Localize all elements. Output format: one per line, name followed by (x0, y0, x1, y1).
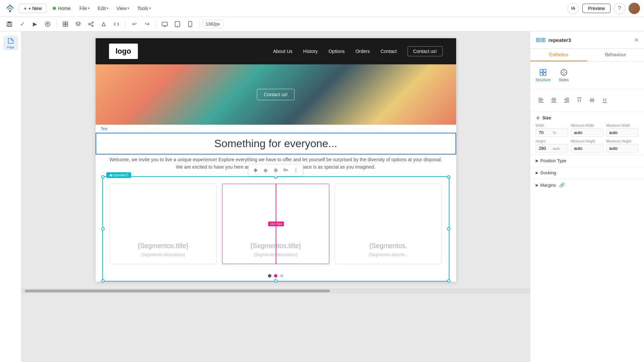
avatar[interactable] (629, 3, 640, 14)
connections-button[interactable] (86, 19, 96, 29)
undo-button[interactable]: ↩ (129, 19, 140, 29)
new-label: + New (28, 6, 42, 11)
dot-3[interactable] (280, 274, 283, 278)
panel-icon: ⊞⊞ (536, 36, 546, 44)
height-value[interactable] (539, 146, 552, 151)
save-button[interactable] (4, 19, 15, 29)
structure-icon[interactable]: Structure (536, 68, 551, 82)
sidebar-item-page[interactable]: Page (3, 36, 18, 50)
position-type-section[interactable]: ▶ Position Type (530, 155, 644, 167)
svg-point-10 (92, 22, 93, 23)
target-icon[interactable]: ⊕ (261, 166, 270, 175)
min-height-value[interactable] (574, 146, 591, 151)
mobile-button[interactable] (185, 19, 196, 29)
contact-us-hero-button[interactable]: Contact us! (408, 46, 443, 56)
max-width-value[interactable] (609, 130, 626, 135)
styles-icon[interactable]: Styles (559, 68, 569, 82)
help-button[interactable]: ? (614, 3, 625, 14)
more-options-icon[interactable]: ⋮ (291, 166, 300, 175)
repeater-card-3[interactable]: {Segmentos. {Segmentos.descrip... (335, 184, 442, 264)
code-button[interactable] (111, 19, 122, 29)
tools-menu[interactable]: Tools ▾ (135, 4, 154, 13)
home-indicator[interactable]: Home (49, 4, 74, 13)
text-label: Text (96, 125, 456, 133)
title-section: Something for everyone... (96, 133, 456, 155)
separator-2 (125, 20, 125, 28)
dot-2[interactable] (274, 274, 277, 278)
settings-icon[interactable]: ⚙ (271, 166, 280, 175)
max-height-input[interactable] (606, 144, 639, 153)
edit-menu[interactable]: Edit ▾ (95, 4, 111, 13)
tablet-button[interactable] (172, 19, 183, 29)
resize-handle-br[interactable] (447, 279, 450, 283)
max-height-value[interactable] (609, 146, 626, 151)
resize-handle-bl[interactable] (101, 279, 105, 283)
canvas-area[interactable]: logo About Us History Options Orders Con… (21, 32, 530, 362)
resize-handle-bm[interactable] (274, 279, 277, 283)
nav-options[interactable]: Options (328, 49, 344, 54)
play-button[interactable]: ▶ (30, 19, 40, 29)
nav-about[interactable]: About Us (273, 49, 292, 54)
svg-rect-3 (8, 24, 11, 26)
move-icon[interactable]: ✥ (251, 166, 260, 175)
align-middle-button[interactable] (587, 95, 597, 106)
layers-button[interactable] (73, 19, 84, 29)
website-logo: logo (109, 44, 138, 59)
nav-orders[interactable]: Orders (356, 49, 370, 54)
width-value[interactable] (539, 130, 552, 135)
min-width-input[interactable] (571, 128, 603, 137)
align-left-button[interactable] (536, 95, 546, 106)
desktop-button[interactable] (159, 19, 170, 29)
horizontal-scrollbar[interactable] (21, 288, 530, 294)
min-height-input[interactable] (571, 144, 603, 153)
file-menu[interactable]: File ▾ (77, 4, 93, 13)
height-input[interactable]: auto (536, 144, 568, 153)
min-width-value[interactable] (574, 130, 591, 135)
repeater-badge[interactable]: ◀ repeater3 (106, 172, 131, 178)
edit-menu-arrow: ▾ (107, 6, 108, 10)
redo-button[interactable]: ↪ (142, 19, 152, 29)
align-bottom-button[interactable] (599, 95, 610, 106)
scrollbar-thumb[interactable] (25, 290, 330, 292)
panel-close-button[interactable]: ✕ (634, 37, 639, 43)
view-menu[interactable]: View ▾ (114, 4, 132, 13)
docking-label: Docking (540, 170, 556, 175)
new-button[interactable]: + + New (19, 4, 47, 13)
svg-rect-18 (543, 69, 546, 72)
app-logo[interactable] (4, 2, 16, 14)
max-width-input[interactable] (606, 128, 639, 137)
preview-button[interactable]: Preview (582, 4, 610, 13)
tab-esthetics[interactable]: Esthetics (530, 49, 587, 61)
docking-section[interactable]: ▶ Docking (530, 167, 644, 179)
size-section: Size Width % Minimum Width (530, 112, 644, 155)
align-top-button[interactable] (574, 95, 585, 106)
svg-rect-2 (8, 22, 11, 23)
publish-button[interactable] (42, 19, 53, 29)
width-input[interactable]: % (536, 128, 568, 137)
tab-behaviour[interactable]: Behaviour (587, 49, 644, 61)
nav-contact[interactable]: Contact (380, 49, 396, 54)
ia-button[interactable]: IA (568, 3, 579, 14)
repeater-card-1[interactable]: {Segmentos.title} {Segmentos.description… (110, 184, 217, 264)
size-header[interactable]: Size (530, 112, 644, 122)
position-type-arrow: ▶ (536, 159, 538, 163)
contact-us-button[interactable]: Contact us! (257, 89, 295, 100)
repeater-label-btn[interactable]: R∞ (281, 166, 290, 175)
website-nav: logo About Us History Options Orders Con… (96, 38, 456, 64)
shape-button[interactable] (98, 19, 109, 29)
separator-1 (56, 20, 57, 28)
repeater-section[interactable]: ✥ ⊕ ⚙ R∞ ⋮ ◀ repeater3 (102, 176, 449, 282)
margins-section[interactable]: ▶ Margins 🔗 (530, 179, 644, 191)
repeater-card-2[interactable]: 163.75px {Segmentos.title} {Segmentos.de… (222, 184, 329, 264)
view-menu-arrow: ▾ (127, 6, 129, 10)
align-center-button[interactable] (548, 95, 559, 106)
components-button[interactable] (60, 19, 71, 29)
nav-history[interactable]: History (303, 49, 318, 54)
dot-1[interactable] (268, 274, 271, 278)
hero-overlay: Contact us! (96, 64, 456, 125)
magenta-measurement: 163.75px (268, 222, 284, 226)
topbar-right: IA Preview ? (568, 3, 640, 14)
align-right-button[interactable] (561, 95, 572, 106)
check-button[interactable]: ✓ (17, 19, 28, 29)
svg-rect-20 (543, 73, 546, 75)
